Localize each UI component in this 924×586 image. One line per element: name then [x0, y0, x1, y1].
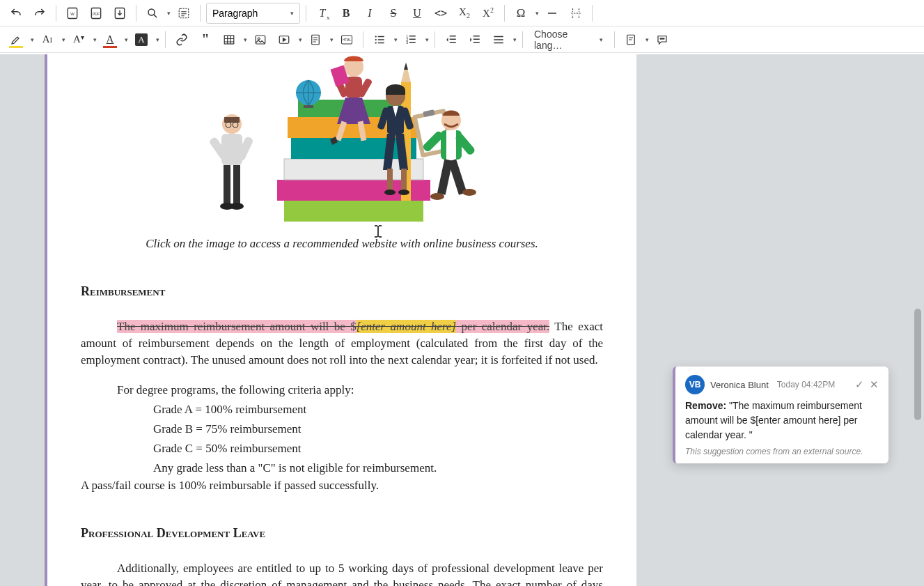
- chevron-down-icon[interactable]: ▾: [330, 36, 334, 43]
- svg-rect-77: [401, 169, 407, 190]
- table-button[interactable]: [219, 29, 240, 50]
- language-select-label: Choose lang…: [534, 29, 598, 51]
- chevron-down-icon[interactable]: ▾: [535, 10, 539, 17]
- image-button[interactable]: [250, 29, 271, 50]
- subscript-button[interactable]: X2: [454, 3, 475, 24]
- comment-card[interactable]: VB Veronica Blunt Today 04:42PM ✓ ✕ Remo…: [673, 367, 888, 463]
- divider: [592, 5, 593, 22]
- divider: [363, 31, 363, 48]
- outdent-button[interactable]: [441, 29, 462, 50]
- chevron-down-icon[interactable]: ▾: [513, 36, 517, 43]
- paragraph-style-select[interactable]: Paragraph ▾: [206, 3, 300, 24]
- avatar: VB: [685, 375, 705, 394]
- svg-point-9: [258, 38, 260, 40]
- align-button[interactable]: [488, 29, 509, 50]
- select-all-button[interactable]: [173, 3, 194, 24]
- svg-point-36: [660, 38, 661, 39]
- export-docx-button[interactable]: W: [62, 3, 83, 24]
- comment-header: VB Veronica Blunt Today 04:42PM ✓ ✕: [685, 375, 879, 394]
- divider: [56, 5, 56, 22]
- page-break-button[interactable]: [565, 3, 586, 24]
- svg-rect-23: [409, 36, 416, 37]
- svg-text:HTML: HTML: [343, 38, 352, 42]
- section-heading-reimbursement: Reimbursement: [81, 284, 603, 299]
- paragraph-prof-dev: Additionally, employees are entitled to …: [81, 560, 603, 586]
- criteria-grade-a: Grade A = 100% reimbursement: [153, 401, 603, 418]
- document-image[interactable]: [194, 54, 490, 231]
- html-embed-button[interactable]: HTML: [336, 29, 357, 50]
- font-color-button[interactable]: A: [100, 29, 120, 50]
- chevron-down-icon[interactable]: ▾: [93, 36, 97, 43]
- font-size-button[interactable]: A▾: [68, 29, 89, 50]
- undo-button[interactable]: [6, 3, 26, 24]
- link-button[interactable]: [171, 29, 192, 50]
- svg-point-88: [462, 189, 476, 196]
- code-button[interactable]: <>: [430, 3, 451, 24]
- scrollbar-track[interactable]: [913, 61, 923, 579]
- horizontal-rule-button[interactable]: [542, 3, 563, 24]
- svg-rect-57: [221, 134, 242, 165]
- svg-rect-61: [233, 165, 240, 203]
- bullet-list-button[interactable]: [369, 29, 390, 50]
- scrollbar-thumb[interactable]: [914, 309, 921, 420]
- document-page[interactable]: Click on the image to access a recommend…: [45, 54, 636, 586]
- svg-rect-54: [224, 117, 240, 123]
- svg-rect-86: [448, 159, 467, 194]
- svg-rect-60: [224, 165, 230, 203]
- pass-fail-note: A pass/fail course is 100% reimbursable …: [81, 479, 603, 493]
- svg-point-15: [375, 38, 377, 40]
- media-button[interactable]: [274, 29, 295, 50]
- export-pdf-button[interactable]: PDF: [86, 3, 107, 24]
- chevron-down-icon[interactable]: ▾: [425, 36, 429, 43]
- track-changes-button[interactable]: [620, 29, 641, 50]
- background-color-button[interactable]: A: [131, 29, 152, 50]
- svg-rect-18: [378, 39, 384, 40]
- clear-formatting-button[interactable]: Tx: [312, 3, 333, 24]
- bold-button[interactable]: B: [336, 3, 357, 24]
- chevron-down-icon[interactable]: ▾: [394, 36, 398, 43]
- italic-button[interactable]: I: [359, 3, 380, 24]
- special-char-button[interactable]: Ω: [510, 3, 531, 24]
- toolbar-row-1: W PDF ▾ Paragraph ▾ Tx B I S U <> X2 X2 …: [0, 0, 924, 26]
- chevron-down-icon[interactable]: ▾: [645, 36, 649, 43]
- criteria-intro: For degree programs, the following crite…: [117, 382, 603, 399]
- svg-rect-17: [378, 36, 384, 37]
- chevron-down-icon[interactable]: ▾: [31, 36, 34, 43]
- indent-button[interactable]: [464, 29, 485, 50]
- reject-suggestion-button[interactable]: ✕: [870, 378, 879, 391]
- criteria-grade-c: Grade C = 50% reimbursement: [153, 440, 603, 457]
- divider: [614, 31, 615, 48]
- superscript-button[interactable]: X2: [478, 3, 499, 24]
- svg-rect-30: [473, 38, 480, 40]
- svg-point-5: [148, 9, 155, 15]
- redo-button[interactable]: [29, 3, 50, 24]
- accept-suggestion-button[interactable]: ✓: [855, 378, 864, 391]
- language-select[interactable]: Choose lang… ▾: [528, 29, 609, 50]
- divider: [165, 31, 166, 48]
- highlight-button[interactable]: [6, 29, 26, 50]
- font-case-button[interactable]: AI: [37, 29, 58, 50]
- strikethrough-button[interactable]: S: [383, 3, 404, 24]
- editor-workspace: Click on the image to access a recommend…: [0, 54, 924, 586]
- blockquote-button[interactable]: ": [195, 29, 216, 50]
- find-replace-button[interactable]: [142, 3, 163, 24]
- svg-rect-7: [224, 36, 234, 44]
- divider: [522, 31, 523, 48]
- chevron-down-icon[interactable]: ▾: [62, 36, 65, 43]
- chevron-down-icon[interactable]: ▾: [244, 36, 247, 43]
- comment-button[interactable]: [652, 29, 673, 50]
- template-button[interactable]: [305, 29, 326, 50]
- chevron-down-icon[interactable]: ▾: [167, 10, 171, 17]
- svg-rect-19: [378, 42, 384, 43]
- chevron-down-icon[interactable]: ▾: [156, 36, 159, 43]
- numbered-list-button[interactable]: 123: [400, 29, 421, 50]
- svg-text:3: 3: [406, 40, 408, 45]
- chevron-down-icon[interactable]: ▾: [299, 36, 302, 43]
- chevron-down-icon[interactable]: ▾: [125, 36, 128, 43]
- tracked-deletion[interactable]: The maximum reimbursement amount will be…: [117, 320, 549, 333]
- underline-button[interactable]: U: [407, 3, 428, 24]
- chevron-down-icon: ▾: [290, 10, 294, 17]
- import-docx-button[interactable]: [109, 3, 130, 24]
- svg-rect-29: [473, 36, 480, 37]
- criteria-grade-below: Any grade less than a "C" is not eligibl…: [153, 460, 603, 477]
